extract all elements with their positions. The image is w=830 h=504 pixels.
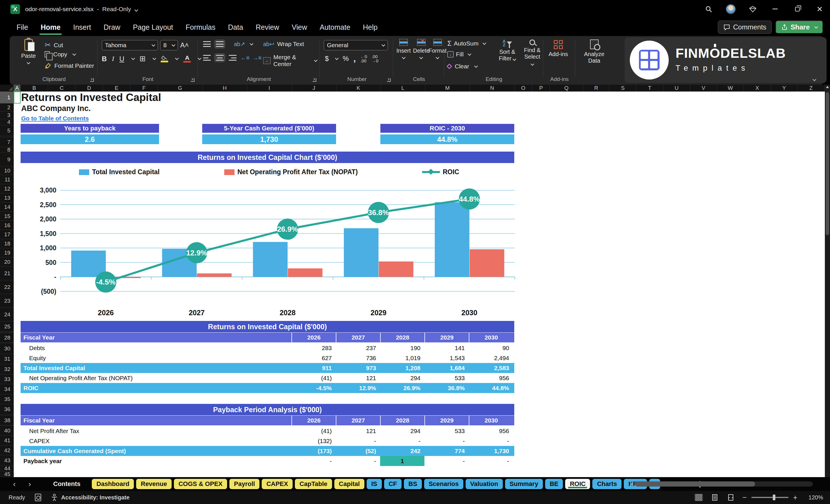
zoom-slider[interactable]: − + [742,495,797,500]
column-header-H[interactable]: H [202,85,247,92]
value-cell[interactable]: - [469,456,513,466]
ribbon-tab-formulas[interactable]: Formulas [185,22,216,33]
zoom-percentage[interactable]: 120% [805,494,823,501]
value-cell[interactable]: (52) [336,446,380,456]
row-header-24[interactable]: 24 [0,308,14,321]
roic-chart[interactable]: 3,0002,5002,0001,5001,000500-(500)-4.5%1… [14,186,526,320]
value-cell[interactable]: 533 [424,373,469,383]
file-name[interactable]: odor-removal-service.xlsx - Read-Only [25,6,137,12]
column-header-T[interactable]: T [636,85,663,92]
addins-button[interactable]: Add-ins [549,40,568,57]
cut-button[interactable]: ✂ Cut [44,41,63,50]
row-header-5[interactable]: 5 [0,125,14,136]
value-cell[interactable]: (41) [291,426,336,436]
align-right-button[interactable] [228,54,238,62]
sheet-nav-right-arrow[interactable]: › [26,480,33,489]
row-header-28[interactable]: 28 [0,333,14,343]
collapse-ribbon-chevron-icon[interactable] [811,77,816,82]
sheet-tab-captable[interactable]: CapTable [295,479,332,489]
year-header[interactable]: 2026 [291,333,336,342]
horizontal-scrollbar[interactable] [630,480,813,487]
row-header-15[interactable]: 15 [0,212,14,221]
row-header-10[interactable]: 10 [0,166,14,175]
value-cell[interactable]: - [336,456,380,466]
alignment-dialog-launcher[interactable] [313,78,316,82]
bold-button[interactable]: B [102,55,107,63]
column-header-Y[interactable]: Y [771,85,798,92]
clipboard-dialog-launcher[interactable] [90,78,94,82]
value-cell[interactable]: (41) [291,373,336,383]
sheet-canvas[interactable]: Returns on Invested Capital ABC Company … [14,92,825,477]
row-header-12[interactable]: 12 [0,184,14,193]
comma-style-button[interactable]: , [353,57,356,61]
row-header-40[interactable]: 40 [0,426,14,436]
value-cell[interactable]: 1,684 [424,363,469,373]
value-cell[interactable]: 242 [380,446,424,456]
column-header-J[interactable]: J [292,85,337,92]
value-cell[interactable]: 1,730 [469,446,513,456]
decrease-decimal-button[interactable]: .00→0 [372,54,378,63]
ribbon-tab-view[interactable]: View [291,22,308,33]
sort-filter-button[interactable]: AZ Sort & Filter [499,39,516,62]
ribbon-tab-page-layout[interactable]: Page Layout [132,22,173,33]
year-header[interactable]: 2027 [336,333,380,342]
sheet-tab-contents[interactable]: Contents [53,480,81,488]
value-cell[interactable]: 2,494 [469,353,513,363]
column-header-Z[interactable]: Z [798,85,825,92]
row-header-32[interactable]: 32 [0,364,14,374]
column-header-R[interactable]: R [583,85,609,92]
value-cell[interactable]: - [291,456,336,466]
value-cell[interactable]: 44.8% [469,383,513,393]
column-header-X[interactable]: X [744,85,771,92]
borders-button[interactable]: ⊞ [139,54,146,63]
find-select-button[interactable]: Find & Select [524,39,541,67]
value-cell[interactable]: - [424,436,469,446]
fill-button[interactable]: ↓ Fill [447,51,471,58]
row-header-17[interactable]: 17 [0,230,14,239]
column-header-W[interactable]: W [717,85,744,92]
value-cell[interactable]: 141 [424,343,469,353]
row-header-3[interactable]: 3 [0,112,14,119]
row-header-42[interactable]: 42 [0,446,14,455]
year-header[interactable]: 2029 [424,333,469,342]
ribbon-tab-help[interactable]: Help [362,22,378,33]
column-header-P[interactable]: P [532,85,550,92]
value-cell[interactable]: 533 [424,426,469,436]
column-header-B[interactable]: B [21,85,48,92]
row-label[interactable]: Net Profit After Tax [21,426,291,436]
column-header-E[interactable]: E [103,85,130,92]
underline-button[interactable]: U [119,55,124,63]
value-cell[interactable]: 911 [291,363,336,373]
row-header-1[interactable]: 1 [0,92,14,103]
merge-center-button[interactable]: ↔ Merge & Center [263,54,317,67]
row-header-19[interactable]: 19 [0,248,14,257]
value-cell[interactable]: 774 [424,446,469,456]
column-header-L[interactable]: L [381,85,425,92]
value-cell[interactable]: 973 [336,363,380,373]
align-middle-button[interactable] [215,40,225,48]
scroll-up-arrow-icon[interactable] [826,86,829,88]
delete-cells-button[interactable]: ✕ Delete [413,39,429,59]
sheet-tab-bs[interactable]: BS [404,479,422,489]
column-header-M[interactable]: M [425,85,470,92]
row-header-18[interactable]: 18 [0,239,14,248]
row-header-14[interactable]: 14 [0,202,14,212]
format-painter-button[interactable]: Format Painter [44,62,94,69]
value-cell[interactable]: - [336,436,380,446]
value-cell[interactable]: (132) [291,436,336,446]
insert-cells-button[interactable]: Insert [396,39,411,59]
row-label[interactable]: Total Invested Capital [21,363,291,373]
zoom-out-button[interactable]: − [742,495,747,500]
year-header[interactable]: 2029 [424,416,469,426]
clear-button[interactable]: Clear [447,63,477,70]
value-cell[interactable]: - [469,436,513,446]
sheet-tab-payroll[interactable]: Payroll [229,479,259,489]
close-button[interactable]: ✕ [815,4,825,14]
sheet-tab-cf[interactable]: CF [384,479,402,489]
column-header-F[interactable]: F [130,85,158,92]
row-header-41[interactable]: 41 [0,436,14,446]
year-header[interactable]: 2028 [380,333,424,342]
value-cell[interactable]: 294 [380,426,424,436]
row-label[interactable]: Payback year [21,456,291,466]
row-header-31[interactable]: 31 [0,354,14,364]
